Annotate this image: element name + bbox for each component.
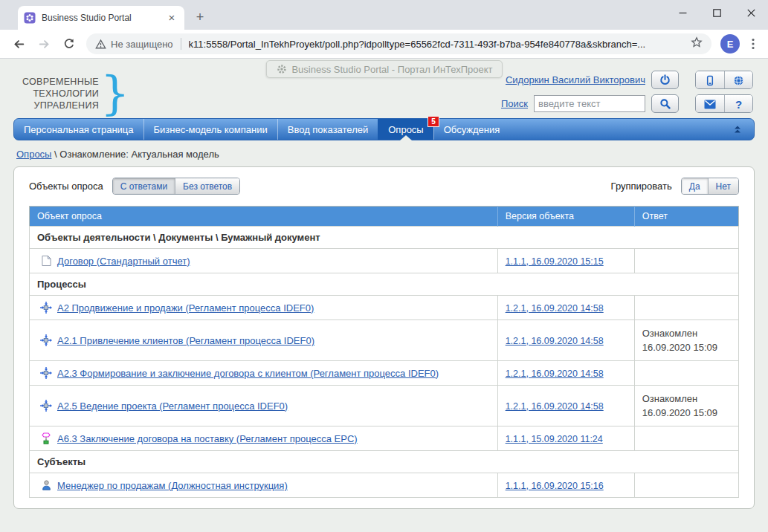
question-icon: ?: [735, 98, 742, 111]
close-button[interactable]: [734, 0, 768, 25]
table-row: А2.3 Формирование и заключение договора …: [30, 361, 739, 386]
version-cell: 1.1.1, 16.09.2020 15:16: [497, 473, 634, 498]
group-no-button[interactable]: Нет: [708, 178, 738, 194]
user-name-link[interactable]: Сидоркин Василий Викторович: [506, 74, 645, 85]
object-cell: А6.3 Заключение договора на поставку (Ре…: [30, 426, 498, 451]
search-icon: [659, 98, 671, 110]
object-cell: А2 Продвижение и продажи (Регламент проц…: [30, 296, 498, 320]
address-bar[interactable]: Не защищено k11:5558/Portal_InTekhProyek…: [86, 33, 711, 54]
version-cell: 1.2.1, 16.09.2020 14:58: [497, 320, 634, 361]
url-text[interactable]: k11:5558/Portal_InTekhProyekt/poll.php?i…: [189, 39, 685, 50]
logout-button[interactable]: [651, 71, 679, 89]
collapse-menu-button[interactable]: [721, 119, 754, 140]
search-button[interactable]: [651, 94, 679, 113]
answer-cell: Ознакомлен16.09.2020 15:09: [634, 386, 738, 426]
omnibox-divider: [181, 38, 181, 50]
security-chip[interactable]: Не защищено: [95, 39, 173, 50]
maximize-button[interactable]: [700, 0, 734, 25]
bookmark-star-icon[interactable]: [691, 36, 703, 51]
object-cell: А2.5 Ведение проекта (Регламент процесса…: [30, 386, 498, 426]
nav-tab-label: Ввод показателей: [288, 124, 369, 135]
gear-icon: [275, 63, 287, 75]
col-version-header: Версия объекта: [497, 207, 634, 227]
version-link[interactable]: 1.1.1, 16.09.2020 15:16: [506, 481, 604, 491]
version-link[interactable]: 1.2.1, 16.09.2020 14:58: [506, 369, 604, 379]
object-link[interactable]: А6.3 Заключение договора на поставку (Ре…: [57, 433, 358, 444]
answer-line: Ознакомлен: [642, 392, 731, 406]
breadcrumb-current: Ознакомление: Актуальная модель: [59, 149, 219, 160]
help-button[interactable]: ?: [724, 95, 752, 113]
col-answer-header: Ответ: [634, 207, 738, 227]
nav-tab-4[interactable]: Обсуждения: [433, 119, 510, 140]
version-cell: 1.2.1, 16.09.2020 14:58: [497, 296, 634, 320]
idef0-icon: [40, 334, 52, 346]
poll-card: Объекты опроса С ответами Без ответов Гр…: [13, 166, 755, 509]
help-buttons: ?: [695, 94, 753, 113]
group-label: Объекты деятельности \ Документы \ Бумаж…: [30, 227, 739, 249]
person-icon: [40, 479, 52, 491]
new-tab-button[interactable]: +: [190, 8, 210, 27]
answer-cell: Ознакомлен16.09.2020 15:09: [634, 320, 738, 361]
back-icon[interactable]: [8, 33, 29, 54]
nav-tab-2[interactable]: Ввод показателей: [277, 119, 378, 140]
object-link[interactable]: А2.1 Привлечение клиентов (Регламент про…: [57, 335, 314, 346]
group-label: Процессы: [30, 273, 739, 296]
nav-tab-3[interactable]: Опросы5: [378, 119, 433, 140]
object-link[interactable]: А2.5 Ведение проекта (Регламент процесса…: [57, 400, 288, 412]
answers-filter: С ответами Без ответов: [112, 178, 240, 195]
idef0-icon: [40, 367, 52, 379]
browser-tab[interactable]: Business Studio Portal ×: [18, 6, 184, 30]
col-object-header: Объект опроса: [30, 207, 498, 227]
search-link[interactable]: Поиск: [501, 98, 528, 109]
version-cell: 1.2.1, 16.09.2020 14:58: [497, 386, 634, 426]
nav-tab-label: Обсуждения: [444, 124, 500, 135]
breadcrumb-polls-link[interactable]: Опросы: [16, 149, 51, 160]
group-yes-button[interactable]: Да: [682, 178, 708, 194]
objects-filter-label: Объекты опроса: [29, 181, 103, 192]
nav-tab-label: Персональная страница: [24, 124, 134, 135]
messages-button[interactable]: [696, 95, 724, 113]
without-answers-button[interactable]: Без ответов: [175, 178, 239, 194]
version-link[interactable]: 1.1.1, 15.09.2020 11:24: [506, 434, 603, 444]
language-button[interactable]: [724, 71, 752, 89]
with-answers-button[interactable]: С ответами: [113, 178, 175, 194]
version-link[interactable]: 1.2.1, 16.09.2020 14:58: [506, 401, 604, 412]
browser-menu-icon[interactable]: [744, 38, 762, 50]
epc-icon: [40, 432, 52, 444]
logo-brace: }: [100, 72, 129, 115]
group-row: Процессы: [30, 273, 739, 296]
object-link[interactable]: Менеджер по продажам (Должностная инстру…: [57, 480, 288, 491]
browser-profile-avatar[interactable]: E: [720, 34, 740, 53]
mobile-version-button[interactable]: [696, 71, 724, 89]
nav-tab-0[interactable]: Персональная страница: [14, 119, 143, 140]
browser-toolbar: Не защищено k11:5558/Portal_InTekhProyek…: [0, 30, 768, 59]
version-link[interactable]: 1.2.1, 16.09.2020 14:58: [506, 336, 604, 346]
object-link[interactable]: А2.3 Формирование и заключение договора …: [57, 368, 439, 379]
security-label: Не защищено: [111, 39, 173, 50]
window-controls: [665, 0, 768, 25]
object-link[interactable]: А2 Продвижение и продажи (Регламент проц…: [57, 302, 314, 314]
table-row: А2.5 Ведение проекта (Регламент процесса…: [30, 386, 739, 426]
reload-icon[interactable]: [59, 33, 80, 54]
mobile-phone-icon: [704, 75, 716, 87]
table-row: А6.3 Заключение договора на поставку (Ре…: [30, 426, 739, 451]
globe-icon: [733, 75, 745, 87]
search-input[interactable]: [534, 95, 645, 112]
portal-page: Business Studio Portal - Портал ИнТехПро…: [0, 59, 768, 531]
envelope-icon: [704, 99, 716, 111]
version-cell: 1.2.1, 16.09.2020 14:58: [497, 361, 634, 386]
browser-titlebar: Business Studio Portal × +: [0, 0, 768, 30]
minimize-button[interactable]: [665, 0, 700, 25]
tab-close-icon[interactable]: ×: [165, 11, 178, 25]
answer-cell: [634, 296, 738, 320]
nav-tab-1[interactable]: Бизнес-модель компании: [143, 119, 277, 140]
nav-tabs: Персональная страницаБизнес-модель компа…: [14, 119, 509, 140]
forward-icon[interactable]: [33, 33, 54, 54]
object-link[interactable]: Договор (Стандартный отчет): [57, 256, 190, 267]
answer-cell: [634, 426, 738, 451]
version-link[interactable]: 1.1.1, 16.09.2020 15:15: [506, 256, 604, 267]
version-link[interactable]: 1.2.1, 16.09.2020 14:58: [506, 303, 604, 314]
answer-cell: [634, 249, 738, 273]
portal-title-text: Business Studio Portal - Портал ИнТехПро…: [291, 64, 492, 75]
unread-count-badge: 5: [427, 116, 439, 127]
